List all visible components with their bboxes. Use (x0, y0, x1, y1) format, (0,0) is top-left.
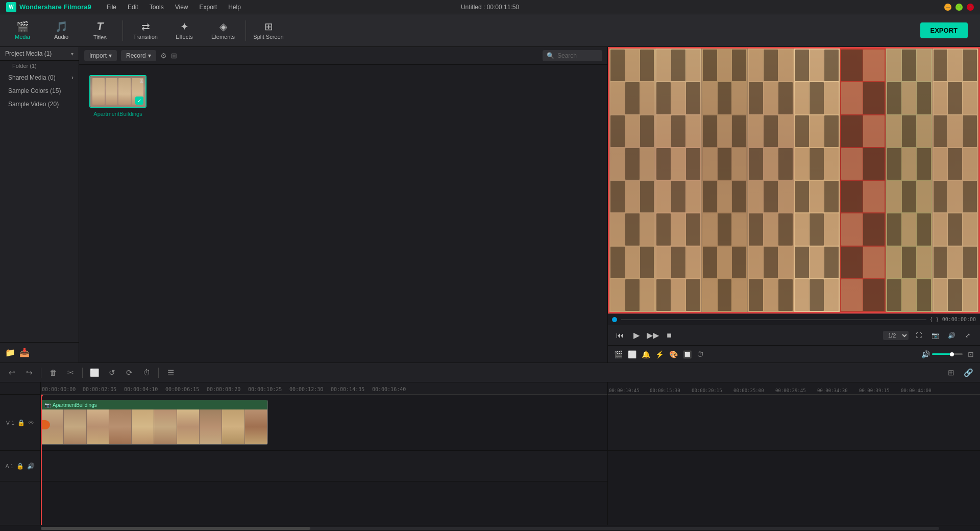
titles-icon: T (96, 21, 103, 32)
scene-detect-icon[interactable]: 🎬 (614, 350, 623, 358)
search-box[interactable]: 🔍 (543, 50, 602, 61)
import-label: Import (89, 52, 107, 59)
menu-export[interactable]: Export (194, 3, 222, 12)
undo-button[interactable]: ↩ (5, 366, 18, 379)
menu-view[interactable]: View (170, 3, 193, 12)
thumb-check-icon: ✓ (135, 96, 143, 105)
ruler-mark-4: 00:00:08:20 (207, 387, 240, 392)
import-files-icon[interactable]: 📥 (19, 348, 30, 357)
expand-icon[interactable]: ⤢ (962, 329, 974, 342)
play-button[interactable]: ▶ (630, 329, 643, 342)
volume-slider[interactable]: 🔊 (921, 350, 963, 358)
secondary-ruler: 00:00:10:45 00:00:15:30 00:00:20:15 00:0… (608, 382, 980, 395)
audio-speaker-icon[interactable]: 🔊 (27, 463, 35, 470)
menu-file[interactable]: File (102, 3, 121, 12)
toolbar-titles-label: Titles (93, 34, 107, 40)
search-input[interactable] (557, 52, 598, 59)
aspect-ratio-icon[interactable]: ⊡ (968, 350, 974, 358)
volume-icon[interactable]: 🔊 (945, 329, 958, 342)
split-screen-icon: ⊞ (264, 21, 273, 32)
stop-button[interactable]: ■ (663, 329, 675, 342)
speed-button[interactable]: ⏱ (140, 366, 153, 379)
record-chevron: ▾ (148, 52, 151, 59)
shared-media-item[interactable]: Shared Media (0) › (0, 71, 79, 84)
export-button[interactable]: EXPORT (920, 22, 968, 38)
audio-track-label: A 1 🔒 🔊 (0, 451, 40, 481)
audio-track-number: A 1 (6, 463, 14, 469)
color-icon[interactable]: 🎨 (669, 350, 678, 358)
timeline-link-button[interactable]: 🔗 (962, 366, 975, 379)
toolbar-media[interactable]: 🎬 Media (4, 16, 41, 45)
secondary-track-area (608, 395, 980, 525)
folder-item[interactable]: Folder (1) (0, 61, 79, 71)
import-button[interactable]: Import ▾ (84, 50, 117, 61)
sample-colors-item[interactable]: Sample Colors (15) (0, 84, 79, 98)
rewind-button[interactable]: ⏮ (614, 329, 626, 342)
menu-tools[interactable]: Tools (144, 3, 169, 12)
sample-video-label: Sample Video (20) (8, 101, 59, 108)
record-button[interactable]: Record ▾ (121, 50, 156, 61)
preview-progress-bar[interactable] (621, 319, 926, 320)
toolbar-effects[interactable]: ✦ Effects (166, 16, 203, 45)
media-item[interactable]: ⊞ ✓ ApartmentBuildings (87, 73, 149, 119)
volume-thumb[interactable] (950, 352, 954, 356)
trim-button[interactable]: ⬜ (88, 366, 101, 379)
track-eye-icon[interactable]: 👁 (28, 419, 34, 426)
scroll-thumb[interactable] (41, 527, 310, 530)
timeline-scrollbar[interactable] (0, 525, 980, 531)
timeline-toolbar-sep-2 (82, 368, 83, 378)
ruler-mark-8: 00:00:16:40 (372, 387, 406, 392)
toolbar-audio[interactable]: 🎵 Audio (43, 16, 80, 45)
mark-out-icon[interactable]: 🔔 (642, 350, 650, 358)
ratio-select[interactable]: 1/2 Full 1/4 (883, 331, 909, 340)
grid-view-icon[interactable]: ⊞ (171, 52, 177, 60)
timeline-playhead[interactable] (41, 395, 42, 525)
ruler-mark-2: 00:00:04:10 (124, 387, 158, 392)
track-lock-icon[interactable]: 🔒 (17, 419, 25, 426)
volume-track[interactable] (932, 353, 963, 355)
project-media-header[interactable]: Project Media (1) ▾ (0, 47, 79, 61)
zoom-icon[interactable]: 🔲 (683, 350, 692, 358)
new-folder-icon[interactable]: 📁 (5, 348, 15, 357)
toolbar-separator-2 (246, 20, 246, 41)
timeline-content: V 1 🔒 👁 A 1 🔒 🔊 00:00:00:00 00:00:02:05 (0, 382, 980, 525)
clip-icon: 📷 (44, 402, 51, 408)
snapshot-icon[interactable]: 📷 (929, 329, 941, 342)
toolbar-split-screen[interactable]: ⊞ Split Screen (250, 16, 287, 45)
cut-button[interactable]: ✂ (64, 366, 77, 379)
undo2-button[interactable]: ↺ (105, 366, 118, 379)
mark-in-icon[interactable]: ⬜ (628, 350, 636, 358)
rotate-button[interactable]: ⟳ (122, 366, 136, 379)
sample-video-item[interactable]: Sample Video (20) (0, 98, 79, 111)
speed-icon[interactable]: ⚡ (655, 350, 664, 358)
fast-forward-button[interactable]: ▶▶ (647, 329, 659, 342)
toolbar-transition[interactable]: ⇄ Transition (127, 16, 164, 45)
ruler-spacer (0, 382, 40, 395)
timer-icon[interactable]: ⏱ (697, 350, 704, 358)
preview-video (608, 47, 980, 313)
title-bar: W Wondershare Filmora9 File Edit Tools V… (0, 0, 980, 14)
ruler-mark-6: 00:00:12:30 (289, 387, 323, 392)
delete-button[interactable]: 🗑 (46, 366, 60, 379)
toolbar-titles[interactable]: T Titles (82, 16, 118, 45)
menu-edit[interactable]: Edit (122, 3, 143, 12)
toolbar-transition-label: Transition (133, 34, 158, 40)
effects-icon: ✦ (180, 21, 189, 32)
playhead-marker[interactable] (41, 420, 50, 429)
timeline-add-track-button[interactable]: ⊞ (944, 366, 958, 379)
menu-help[interactable]: Help (223, 3, 246, 12)
toolbar-elements[interactable]: ◈ Elements (205, 16, 241, 45)
filter-icon[interactable]: ⚙ (160, 52, 167, 60)
maximize-button[interactable]: □ (955, 4, 963, 11)
video-clip[interactable]: 📷 ApartmentBuildings (41, 400, 268, 445)
close-button[interactable]: ✕ (967, 4, 974, 11)
video-track-label: V 1 🔒 👁 (0, 395, 40, 451)
minimize-button[interactable]: — (944, 4, 951, 11)
fullscreen-icon[interactable]: ⛶ (913, 329, 925, 342)
redo-button[interactable]: ↪ (22, 366, 36, 379)
shared-media-label: Shared Media (0) (8, 74, 56, 81)
audio-lock-icon[interactable]: 🔒 (16, 463, 24, 470)
toolbar-split-screen-label: Split Screen (253, 34, 283, 40)
track-labels: V 1 🔒 👁 A 1 🔒 🔊 (0, 382, 41, 525)
more-button[interactable]: ☰ (164, 366, 177, 379)
